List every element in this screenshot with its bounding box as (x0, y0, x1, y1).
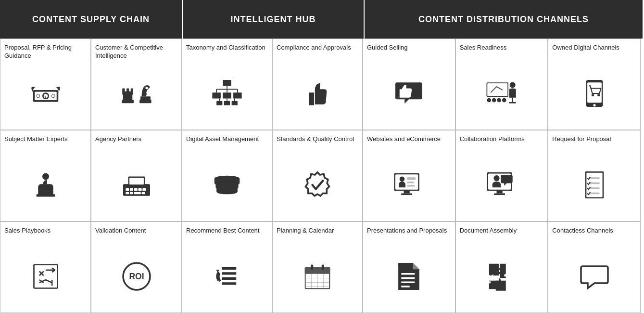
svg-rect-99 (407, 182, 414, 183)
hub-row-3: Recommend Best Content (182, 222, 363, 313)
hub-cell-standards: Standards & Quality Control (272, 130, 363, 222)
svg-rect-10 (122, 89, 125, 92)
svg-rect-109 (590, 183, 599, 184)
svg-rect-63 (222, 277, 237, 280)
svg-point-84 (487, 98, 491, 103)
dist-cell-contactless: Contactless Channels (548, 222, 641, 313)
svg-point-5 (36, 94, 39, 98)
thumbsup-icon (301, 77, 334, 110)
svg-rect-76 (322, 265, 324, 270)
dist-label-readiness: Sales Readiness (460, 44, 544, 61)
supply-cell-competitive: Customer & Competitive Intelligence (91, 39, 182, 130)
hub-cell-dam: Digital Asset Management (182, 130, 272, 222)
hub-row-2: Digital Asset Management (182, 130, 363, 222)
svg-point-87 (502, 98, 506, 103)
svg-rect-95 (404, 191, 410, 193)
hub-row-1: Taxonomy and Classification (182, 39, 363, 130)
header-row: CONTENT SUPPLY CHAIN INTELLIGENT HUB CON… (0, 0, 644, 39)
svg-point-85 (492, 98, 496, 103)
svg-rect-24 (138, 188, 141, 191)
svg-rect-103 (497, 191, 503, 193)
playbook-icon (29, 260, 63, 293)
main-container: CONTENT SUPPLY CHAIN INTELLIGENT HUB CON… (0, 0, 644, 313)
svg-rect-115 (402, 286, 410, 287)
dist-cell-guided: Guided Selling (363, 39, 455, 130)
svg-rect-42 (223, 80, 231, 86)
svg-rect-77 (400, 89, 402, 98)
header-supply-label: CONTENT SUPPLY CHAIN (32, 14, 150, 25)
refresh-list-icon (210, 260, 244, 293)
svg-point-90 (593, 104, 595, 106)
svg-rect-113 (402, 277, 415, 279)
dist-label-guided: Guided Selling (367, 44, 451, 61)
supply-cell-proposal: Proposal, RFP & Pricing Guidance $ (0, 39, 91, 130)
svg-point-105 (493, 175, 499, 181)
checklist-icon (578, 168, 611, 202)
svg-rect-51 (216, 101, 222, 105)
svg-rect-7 (122, 100, 134, 103)
dist-icon-collab (460, 153, 544, 217)
svg-rect-29 (141, 192, 145, 194)
dist-cell-docassembly: Document Assembly (455, 222, 548, 313)
dist-label-rfp: Request for Proposal (552, 135, 636, 153)
supply-icon-sme (4, 153, 87, 217)
header-hub: INTELLIGENT HUB (183, 0, 364, 39)
svg-rect-21 (126, 188, 129, 191)
hub-cell-taxonomy: Taxonomy and Classification (182, 39, 272, 130)
dist-icon-readiness (460, 61, 544, 126)
dist-icon-rfp (552, 153, 636, 217)
puzzle-icon (485, 260, 518, 293)
svg-rect-112 (402, 273, 415, 275)
dist-row-1: Guided Selling (363, 39, 641, 130)
hub-grid: Taxonomy and Classification (182, 39, 363, 313)
chess-icon (120, 77, 153, 110)
presenter-icon (485, 77, 518, 110)
dist-label-websites: Websites and eCommerce (367, 135, 451, 153)
supply-label-playbooks: Sales Playbooks (4, 227, 87, 244)
badge-check-icon (301, 168, 334, 202)
header-dist-label: CONTENT DISTRIBUTION CHANNELS (418, 14, 589, 25)
svg-rect-20 (129, 178, 144, 184)
dist-label-collab: Collaboration Platforms (460, 135, 544, 153)
svg-rect-27 (130, 192, 133, 194)
supply-icon-validation: ROI (95, 244, 177, 309)
supply-row-1: Proposal, RFP & Pricing Guidance $ (0, 39, 182, 130)
hub-cell-compliance: Compliance and Approvals (272, 39, 363, 130)
svg-rect-25 (142, 188, 146, 191)
hub-label-compliance: Compliance and Approvals (277, 44, 358, 61)
monitor-people-icon (392, 168, 426, 202)
supply-grid: Proposal, RFP & Pricing Guidance $ (0, 39, 182, 313)
svg-point-80 (510, 82, 516, 88)
dist-label-docassembly: Document Assembly (460, 227, 544, 244)
supply-icon-playbooks (4, 244, 87, 309)
svg-rect-96 (402, 194, 413, 196)
svg-rect-43 (212, 92, 221, 98)
dist-cell-websites: Websites and eCommerce (363, 130, 455, 222)
hub-label-dam: Digital Asset Management (186, 135, 268, 153)
hub-label-standards: Standards & Quality Control (277, 135, 358, 153)
dist-cell-rfp: Request for Proposal (548, 130, 641, 222)
roi-icon: ROI (120, 260, 153, 293)
hub-icon-compliance (277, 61, 358, 126)
dist-label-presentations: Presentations and Proposals (367, 227, 451, 244)
dist-icon-owned (552, 61, 636, 126)
svg-rect-67 (305, 267, 330, 274)
dist-row-3: Presentations and Proposals (363, 222, 641, 313)
books-icon (210, 168, 244, 202)
hub-cell-calendar: Planning & Calendar (272, 222, 363, 313)
svg-point-16 (42, 173, 49, 180)
svg-point-97 (400, 177, 405, 182)
svg-rect-45 (233, 92, 242, 98)
hub-icon-taxonomy (186, 61, 268, 126)
typewriter-icon (120, 168, 153, 202)
svg-rect-75 (311, 265, 313, 270)
monitor-chat-icon (485, 168, 518, 202)
svg-marker-65 (216, 270, 219, 273)
dist-cell-presentations: Presentations and Proposals (363, 222, 455, 313)
supply-cell-validation: Validation Content ROI (91, 222, 182, 313)
svg-rect-110 (590, 187, 599, 189)
svg-rect-61 (222, 267, 237, 270)
podium-icon (29, 168, 63, 202)
hub-label-calendar: Planning & Calendar (277, 227, 358, 244)
dist-cell-collab: Collaboration Platforms (455, 130, 548, 222)
